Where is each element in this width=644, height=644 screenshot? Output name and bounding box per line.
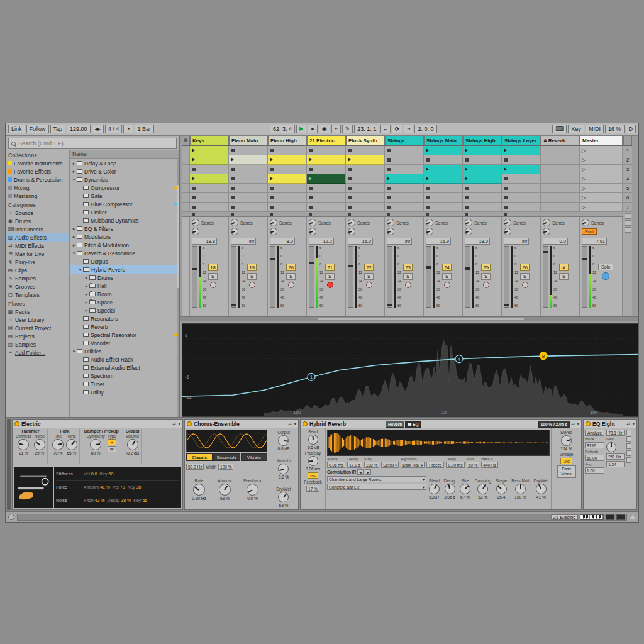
tree-item-glue-compressor[interactable]: Glue Compressor xyxy=(70,200,179,208)
clip-slot[interactable] xyxy=(229,174,268,184)
tempo-display[interactable]: 129.00 xyxy=(67,125,91,133)
chevron-down-icon[interactable]: ▾ xyxy=(71,177,77,182)
tree-item-eq-filters[interactable]: ▸EQ & Filters xyxy=(70,225,179,233)
sidebar-item-drums[interactable]: ◉Drums xyxy=(6,217,69,225)
volume-fader[interactable] xyxy=(309,246,314,308)
sidebar-item-samples[interactable]: ▤Samples xyxy=(6,340,69,348)
cpu-meter[interactable]: 16 % xyxy=(605,125,625,133)
clip-slot[interactable] xyxy=(307,174,346,184)
send-a-knob[interactable] xyxy=(504,219,511,226)
device-on-button[interactable] xyxy=(187,421,192,426)
fold-icon[interactable]: ▾ xyxy=(577,421,579,426)
output-knob[interactable] xyxy=(278,435,289,446)
arm-record-button[interactable] xyxy=(327,282,333,288)
clip-slot[interactable] xyxy=(424,203,463,212)
param-value[interactable]: 41 % xyxy=(100,485,110,489)
clip-slot[interactable] xyxy=(182,203,190,212)
send-a-knob[interactable] xyxy=(582,219,589,226)
arm-record-button[interactable] xyxy=(405,282,411,288)
eq-spectrum-display[interactable]: 1486-6-121001k10k xyxy=(182,323,638,417)
solo-button[interactable]: S xyxy=(364,273,374,280)
clip-slot[interactable] xyxy=(229,155,268,165)
tree-item-modulators[interactable]: ▸Modulators xyxy=(70,233,179,241)
clip-slot[interactable] xyxy=(268,184,307,193)
hot-swap-icon[interactable]: ⇄ xyxy=(289,421,292,426)
tree-item-hybrid-reverb[interactable]: ▾Hybrid Reverb xyxy=(70,265,179,274)
scrollbar-handle[interactable] xyxy=(318,318,524,320)
ms-sync-button[interactable]: ms xyxy=(308,472,318,479)
send-b-knob[interactable] xyxy=(504,228,511,235)
knob-value[interactable]: 100 % xyxy=(514,495,526,499)
solo-button[interactable]: S xyxy=(325,273,335,280)
tree-item-vocoder[interactable]: Vocoder xyxy=(70,339,179,347)
knob-value[interactable]: 79 % xyxy=(53,451,62,455)
gain-knob[interactable] xyxy=(606,442,616,452)
search-input[interactable] xyxy=(18,140,174,147)
dry-wet-knob[interactable] xyxy=(536,484,547,494)
bass-mult-knob[interactable] xyxy=(515,484,526,494)
clip-slot[interactable] xyxy=(307,155,346,165)
knob-value[interactable]: 63/37 xyxy=(429,495,439,499)
session-toggle-button[interactable] xyxy=(625,220,631,226)
param-value[interactable]: 0.06 ms xyxy=(327,462,345,468)
clip-slot[interactable] xyxy=(502,165,541,174)
field-value-avg[interactable]: 1.00 xyxy=(585,467,604,474)
send-a-knob[interactable] xyxy=(348,219,355,226)
knob-value[interactable]: 62 % xyxy=(478,495,487,499)
clip-slot[interactable] xyxy=(502,184,541,193)
clip-slot[interactable] xyxy=(502,146,541,155)
solo-button[interactable]: S xyxy=(559,273,569,280)
tap-button[interactable]: Tap xyxy=(50,125,66,133)
send-a-knob[interactable] xyxy=(231,219,238,226)
chevron-right-icon[interactable]: ▸ xyxy=(84,275,89,280)
sidebar-item-grooves[interactable]: ≋Grooves xyxy=(6,282,69,291)
clip-slot[interactable] xyxy=(463,146,502,155)
clip-slot[interactable] xyxy=(182,165,190,174)
track-volume-display[interactable]: 0.0 xyxy=(543,238,568,245)
track-stop-button[interactable] xyxy=(348,213,351,216)
dry-wet-knob[interactable] xyxy=(278,492,289,502)
clip-slot[interactable] xyxy=(502,155,541,165)
fader-handle[interactable] xyxy=(543,251,548,253)
solo-button[interactable]: S xyxy=(520,273,530,280)
scene-number[interactable]: 6 xyxy=(623,193,632,203)
analyze-button[interactable]: Analyze xyxy=(585,430,604,436)
track-header[interactable]: Strings Layer xyxy=(502,136,541,146)
clip-slot[interactable] xyxy=(190,203,229,212)
send-b-knob[interactable] xyxy=(465,228,472,235)
track-volume-display[interactable]: -15.0 xyxy=(348,238,373,245)
solo-button[interactable]: S xyxy=(286,273,296,280)
clip-slot[interactable] xyxy=(502,174,541,184)
band-freq-display[interactable]: 78.1 Hz xyxy=(606,430,624,436)
metronome-icon[interactable]: ◔ xyxy=(123,125,133,133)
tree-item-utility[interactable]: Utility xyxy=(70,388,179,396)
send-b-knob[interactable] xyxy=(426,228,433,235)
session-record-button[interactable]: ◉ xyxy=(319,125,330,133)
scene-number[interactable]: 3 xyxy=(623,165,632,174)
track-stop-button[interactable] xyxy=(231,213,234,216)
chevron-right-icon[interactable]: ▸ xyxy=(71,169,77,174)
sidebar-item-mixing[interactable]: Mixing xyxy=(6,184,69,192)
arrangement-position-display[interactable]: 62. 3. 4 xyxy=(270,125,295,133)
chevron-right-icon[interactable]: ▸ xyxy=(84,300,89,305)
prev-ir-button[interactable]: ◂ xyxy=(357,469,364,475)
session-toggle-button[interactable] xyxy=(625,227,631,233)
draw-mode-icon[interactable]: ✎ xyxy=(342,125,353,133)
track-header[interactable]: Strings Main xyxy=(424,136,463,146)
fader-handle[interactable] xyxy=(192,268,197,270)
device-on-button[interactable] xyxy=(586,421,591,426)
clip-slot[interactable] xyxy=(385,165,424,174)
param-value[interactable]: 50 xyxy=(109,472,114,476)
width-value[interactable]: 100 % xyxy=(218,464,233,470)
chevron-right-icon[interactable]: ▸ xyxy=(71,235,77,240)
feedback-value[interactable]: 17 % xyxy=(306,486,319,492)
track-stop-button[interactable] xyxy=(192,213,195,216)
disk-overload-indicator[interactable]: D xyxy=(626,125,636,133)
param-dropdown[interactable]: Dark Hall▾ xyxy=(401,462,425,468)
chevron-right-icon[interactable]: ▸ xyxy=(84,308,89,313)
scene-launch-slot[interactable]: ▷ xyxy=(580,165,623,174)
fader-handle[interactable] xyxy=(465,267,470,270)
sidebar-item-clips[interactable]: ▤Clips xyxy=(6,266,69,274)
send-a-knob[interactable] xyxy=(192,219,199,226)
tine-knob[interactable] xyxy=(52,439,64,450)
